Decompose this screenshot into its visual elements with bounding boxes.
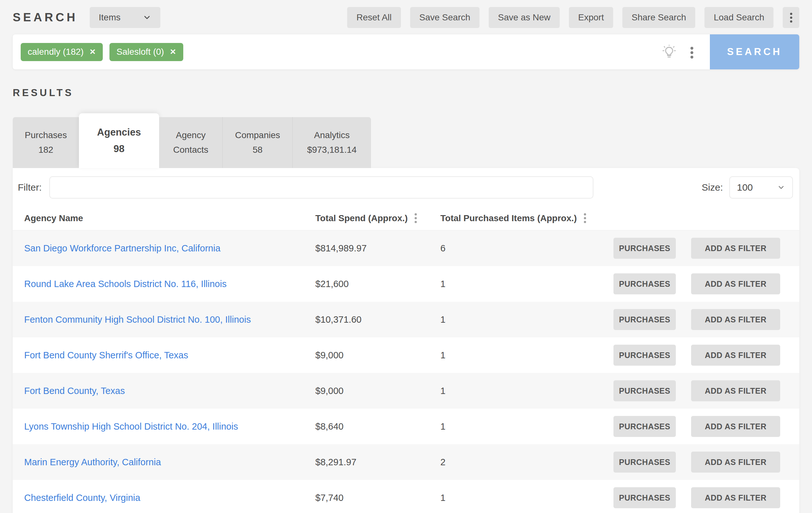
add-as-filter-button[interactable]: ADD AS FILTER (691, 416, 780, 437)
column-options-kebab-icon[interactable] (414, 213, 417, 223)
add-as-filter-button[interactable]: ADD AS FILTER (691, 309, 780, 330)
total-items-cell: 1 (440, 386, 613, 396)
tab-purchases[interactable]: Purchases 182 (13, 117, 79, 168)
search-term-chip-salesloft[interactable]: Salesloft (0) ✕ (110, 43, 183, 61)
table-row: San Diego Workforce Partnership Inc, Cal… (13, 230, 799, 266)
purchases-button[interactable]: PURCHASES (613, 309, 676, 330)
search-scope-value: Items (99, 12, 120, 23)
add-as-filter-button[interactable]: ADD AS FILTER (691, 345, 780, 366)
search-term-chip-calendly[interactable]: calendly (182) ✕ (21, 43, 103, 61)
filter-input[interactable] (49, 176, 593, 199)
reset-all-button[interactable]: Reset All (347, 7, 401, 28)
export-button[interactable]: Export (569, 7, 613, 28)
chevron-down-icon (777, 183, 785, 192)
total-spend-cell: $10,371.60 (315, 314, 440, 325)
tab-companies[interactable]: Companies 58 (223, 117, 293, 168)
total-items-cell: 1 (440, 493, 613, 503)
page-title: SEARCH (13, 11, 78, 24)
load-search-button[interactable]: Load Search (704, 7, 774, 28)
chip-label: calendly (182) (28, 47, 84, 57)
total-items-cell: 2 (440, 457, 613, 467)
purchases-button[interactable]: PURCHASES (613, 238, 676, 259)
results-card: Filter: Size: 100 Agency Name Total Spen… (13, 168, 799, 513)
agency-link[interactable]: Fenton Community High School District No… (24, 314, 251, 324)
size-select-value: 100 (737, 182, 753, 193)
total-spend-cell: $8,640 (315, 421, 440, 432)
table-row: Fort Bend County Sherrif's Office, Texas… (13, 337, 799, 373)
chip-label: Salesloft (0) (116, 47, 164, 57)
total-spend-cell: $21,600 (315, 279, 440, 289)
purchases-button[interactable]: PURCHASES (613, 416, 676, 437)
table-row: Round Lake Area Schools District No. 116… (13, 266, 799, 302)
column-options-kebab-icon[interactable] (584, 213, 586, 223)
save-as-new-button[interactable]: Save as New (489, 7, 560, 28)
purchases-button[interactable]: PURCHASES (613, 274, 676, 294)
total-spend-cell: $9,000 (315, 350, 440, 361)
close-icon[interactable]: ✕ (170, 48, 176, 56)
purchases-button[interactable]: PURCHASES (613, 345, 676, 366)
table-header: Agency Name Total Spend (Approx.) Total … (13, 206, 799, 230)
total-items-cell: 6 (440, 243, 613, 254)
agency-link[interactable]: Lyons Township High School District No. … (24, 421, 238, 431)
filter-label: Filter: (18, 182, 42, 193)
total-spend-cell: $814,989.97 (315, 243, 440, 254)
add-as-filter-button[interactable]: ADD AS FILTER (691, 238, 780, 259)
size-group: Size: 100 (702, 176, 793, 199)
total-items-cell: 1 (440, 421, 613, 432)
agency-link[interactable]: Marin Energy Authority, California (24, 457, 161, 467)
total-spend-cell: $7,740 (315, 493, 440, 503)
purchases-button[interactable]: PURCHASES (613, 380, 676, 401)
total-items-cell: 1 (440, 314, 613, 325)
kebab-icon (790, 13, 792, 23)
save-search-button[interactable]: Save Search (410, 7, 480, 28)
search-scope-select[interactable]: Items (90, 7, 161, 28)
add-as-filter-button[interactable]: ADD AS FILTER (691, 452, 780, 473)
table-row: Chesterfield County, Virginia $7,740 1 P… (13, 480, 799, 513)
agency-link[interactable]: San Diego Workforce Partnership Inc, Cal… (24, 243, 221, 253)
add-as-filter-button[interactable]: ADD AS FILTER (691, 487, 780, 508)
search-options-kebab-icon[interactable] (691, 45, 693, 59)
suggestions-bulb-icon[interactable] (662, 45, 676, 59)
tab-agency-contacts[interactable]: Agency Contacts (159, 117, 223, 168)
share-search-button[interactable]: Share Search (622, 7, 695, 28)
search-bar[interactable]: calendly (182) ✕ Salesloft (0) ✕ SEARCH (13, 34, 799, 69)
total-spend-cell: $9,000 (315, 386, 440, 396)
purchases-button[interactable]: PURCHASES (613, 487, 676, 508)
add-as-filter-button[interactable]: ADD AS FILTER (691, 380, 780, 401)
chevron-down-icon (143, 13, 151, 22)
agency-link[interactable]: Chesterfield County, Virginia (24, 493, 140, 503)
agency-link[interactable]: Fort Bend County Sherrif's Office, Texas (24, 350, 188, 360)
total-items-cell: 1 (440, 279, 613, 289)
results-heading: RESULTS (13, 87, 799, 98)
table-row: Fort Bend County, Texas $9,000 1 PURCHAS… (13, 373, 799, 409)
table-row: Marin Energy Authority, California $8,29… (13, 444, 799, 480)
total-spend-cell: $8,291.97 (315, 457, 440, 467)
agency-link[interactable]: Round Lake Area Schools District No. 116… (24, 279, 227, 289)
table-body: San Diego Workforce Partnership Inc, Cal… (13, 230, 799, 513)
total-items-cell: 1 (440, 350, 613, 361)
table-row: Fenton Community High School District No… (13, 302, 799, 337)
search-button[interactable]: SEARCH (710, 34, 799, 69)
table-row: Lyons Township High School District No. … (13, 409, 799, 444)
more-options-button[interactable] (783, 7, 799, 28)
column-header-total-items: Total Purchased Items (Approx.) (440, 213, 780, 223)
search-page: SEARCH Items Reset All Save Search Save … (0, 0, 812, 513)
top-bar: SEARCH Items Reset All Save Search Save … (13, 0, 799, 28)
tab-analytics[interactable]: Analytics $973,181.14 (293, 117, 371, 168)
top-actions: Reset All Save Search Save as New Export… (347, 7, 799, 28)
purchases-button[interactable]: PURCHASES (613, 452, 676, 473)
tab-agencies[interactable]: Agencies 98 (79, 113, 159, 168)
column-header-agency-name: Agency Name (24, 213, 315, 223)
table-controls: Filter: Size: 100 (13, 168, 799, 206)
agency-link[interactable]: Fort Bend County, Texas (24, 386, 125, 396)
size-label: Size: (702, 182, 723, 193)
column-header-total-spend: Total Spend (Approx.) (315, 213, 440, 223)
add-as-filter-button[interactable]: ADD AS FILTER (691, 274, 780, 294)
results-tabs: Purchases 182 Agencies 98 Agency Contact… (13, 113, 799, 168)
search-terms-area: calendly (182) ✕ Salesloft (0) ✕ (13, 43, 662, 61)
size-select[interactable]: 100 (729, 176, 793, 199)
close-icon[interactable]: ✕ (89, 48, 96, 56)
